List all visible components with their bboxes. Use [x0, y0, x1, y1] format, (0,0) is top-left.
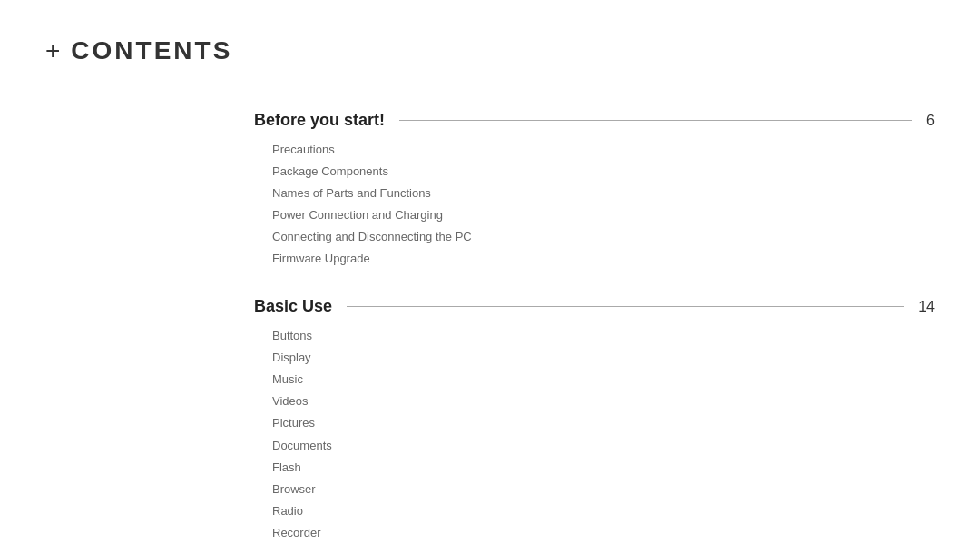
list-item: Power Connection and Charging	[272, 204, 935, 226]
content-area: Before you start! 6 Precautions Package …	[45, 111, 935, 544]
section-line-1	[399, 120, 912, 121]
sub-items-before-you-start: Precautions Package Components Names of …	[254, 139, 935, 270]
list-item: Names of Parts and Functions	[272, 183, 935, 204]
list-item: Firmware Upgrade	[272, 248, 935, 270]
list-item: Browser	[272, 479, 935, 500]
section-title-before-you-start: Before you start!	[254, 111, 385, 130]
header: + CONTENTS	[45, 36, 935, 65]
section-title-basic-use: Basic Use	[254, 297, 332, 316]
section-line-2	[347, 306, 904, 307]
list-item: Display	[272, 347, 935, 369]
sub-items-basic-use: Buttons Display Music Videos Pictures Do…	[254, 325, 935, 543]
plus-icon: +	[45, 38, 60, 64]
section-number-2: 14	[918, 299, 935, 315]
list-item: Flash	[272, 457, 935, 479]
list-item: Documents	[272, 435, 935, 457]
page: + CONTENTS Before you start! 6 Precautio…	[0, 0, 980, 554]
section-basic-use: Basic Use 14 Buttons Display Music Video…	[254, 297, 935, 543]
list-item: Videos	[272, 391, 935, 412]
list-item: Radio	[272, 500, 935, 522]
section-number-1: 6	[926, 113, 935, 129]
section-before-you-start: Before you start! 6 Precautions Package …	[254, 111, 935, 270]
section-header-before-you-start: Before you start! 6	[254, 111, 935, 130]
list-item: Recorder	[272, 522, 935, 544]
list-item: Precautions	[272, 139, 935, 161]
list-item: Buttons	[272, 325, 935, 347]
list-item: Music	[272, 369, 935, 391]
section-header-basic-use: Basic Use 14	[254, 297, 935, 316]
list-item: Pictures	[272, 412, 935, 434]
list-item: Package Components	[272, 161, 935, 183]
list-item: Connecting and Disconnecting the PC	[272, 226, 935, 248]
page-title: CONTENTS	[71, 36, 232, 65]
